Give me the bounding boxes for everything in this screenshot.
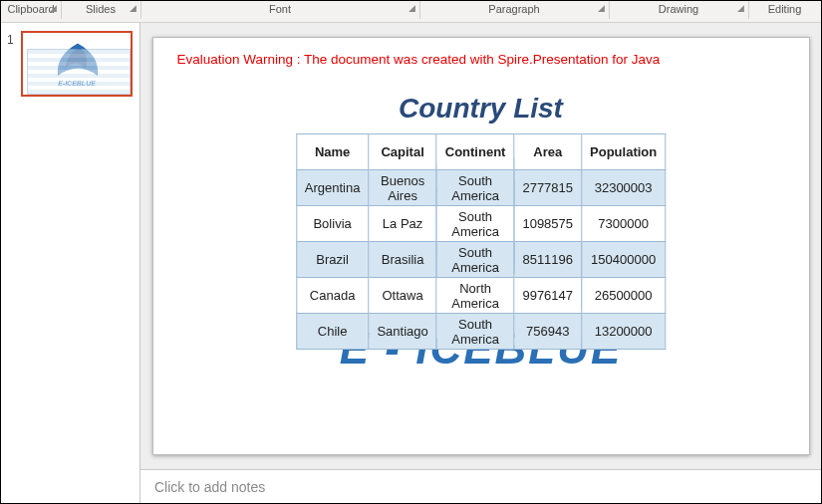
country-table[interactable]: Name Capital Continent Area Population A… xyxy=(296,133,666,350)
dialog-launcher-icon[interactable]: ◢ xyxy=(737,3,744,13)
table-cell[interactable]: Bolivia xyxy=(296,206,369,242)
slide-stage: Evaluation Warning : The document was cr… xyxy=(140,23,821,503)
dialog-launcher-icon[interactable]: ◢ xyxy=(130,3,137,13)
table-cell[interactable]: 150400000 xyxy=(582,242,666,278)
table-row[interactable]: Brazil Brasilia South America 8511196 15… xyxy=(296,242,665,278)
ribbon-group-label: Drawing xyxy=(659,3,698,15)
app-window: Clipboard ◢ Slides ◢ Font ◢ Paragraph ◢ … xyxy=(0,0,822,504)
thumbnail-number: 1 xyxy=(7,31,21,97)
slide-thumbnail-panel[interactable]: 1 E-ICEBLUE xyxy=(1,23,140,503)
table-cell[interactable]: 13200000 xyxy=(582,314,666,350)
table-cell[interactable]: 32300003 xyxy=(582,170,666,206)
ribbon-group-label: Clipboard xyxy=(7,3,54,15)
dialog-launcher-icon[interactable]: ◢ xyxy=(50,3,57,13)
ribbon-group-slides[interactable]: Slides ◢ xyxy=(61,3,140,15)
table-cell[interactable]: Chile xyxy=(296,314,369,350)
slide-title[interactable]: Country List xyxy=(153,93,809,125)
table-header-row: Name Capital Continent Area Population xyxy=(296,134,665,170)
table-cell[interactable]: South America xyxy=(436,170,514,206)
table-header-cell[interactable]: Capital xyxy=(369,134,436,170)
table-cell[interactable]: Canada xyxy=(296,278,369,314)
canvas-wrap[interactable]: Evaluation Warning : The document was cr… xyxy=(140,23,821,469)
ribbon-group-label: Font xyxy=(269,3,291,15)
table-header-cell[interactable]: Area xyxy=(514,134,582,170)
ribbon-group-label: Paragraph xyxy=(488,3,539,15)
table-cell[interactable]: Argentina xyxy=(296,170,369,206)
table-cell[interactable]: 26500000 xyxy=(582,278,666,314)
table-cell[interactable]: Brasilia xyxy=(369,242,436,278)
ribbon-group-drawing[interactable]: Drawing ◢ xyxy=(609,3,748,15)
table-header-cell[interactable]: Continent xyxy=(436,134,514,170)
table-cell[interactable]: Santiago xyxy=(369,314,436,350)
table-cell[interactable]: La Paz xyxy=(369,206,436,242)
table-row[interactable]: Chile Santiago South America 756943 1320… xyxy=(296,314,665,350)
table-cell[interactable]: 7300000 xyxy=(582,206,666,242)
ribbon-group-editing[interactable]: Editing xyxy=(748,3,821,15)
ribbon-group-paragraph[interactable]: Paragraph ◢ xyxy=(419,3,609,15)
workspace: 1 E-ICEBLUE Evaluation Warning : The doc… xyxy=(1,23,821,503)
table-cell[interactable]: 756943 xyxy=(514,314,582,350)
ribbon-group-label: Editing xyxy=(768,3,802,15)
table-header-cell[interactable]: Name xyxy=(296,134,369,170)
table-row[interactable]: Bolivia La Paz South America 1098575 730… xyxy=(296,206,665,242)
ribbon-group-clipboard[interactable]: Clipboard ◢ xyxy=(1,3,61,15)
table-cell[interactable]: 8511196 xyxy=(514,242,582,278)
table-cell[interactable]: North America xyxy=(436,278,514,314)
slide-canvas[interactable]: Evaluation Warning : The document was cr… xyxy=(152,37,810,455)
table-cell[interactable]: South America xyxy=(436,242,514,278)
ribbon-group-label: Slides xyxy=(86,3,116,15)
ribbon-group-labels: Clipboard ◢ Slides ◢ Font ◢ Paragraph ◢ … xyxy=(1,1,821,23)
slide-thumbnail-1[interactable]: E-ICEBLUE xyxy=(21,31,133,97)
table-cell[interactable]: Brazil xyxy=(296,242,369,278)
table-cell[interactable]: 1098575 xyxy=(514,206,582,242)
dialog-launcher-icon[interactable]: ◢ xyxy=(409,3,415,13)
table-cell[interactable]: 2777815 xyxy=(514,170,582,206)
table-header-cell[interactable]: Population xyxy=(582,134,666,170)
table-cell[interactable]: Ottawa xyxy=(369,278,436,314)
notes-placeholder: Click to add notes xyxy=(154,479,265,495)
table-cell[interactable]: South America xyxy=(436,314,514,350)
table-row[interactable]: Argentina Buenos Aires South America 277… xyxy=(296,170,665,206)
dialog-launcher-icon[interactable]: ◢ xyxy=(598,3,605,13)
table-row[interactable]: Canada Ottawa North America 9976147 2650… xyxy=(296,278,665,314)
table-cell[interactable]: South America xyxy=(436,206,514,242)
notes-pane[interactable]: Click to add notes xyxy=(140,469,821,503)
evaluation-warning: Evaluation Warning : The document was cr… xyxy=(177,52,661,67)
ribbon-group-font[interactable]: Font ◢ xyxy=(140,3,419,15)
table-cell[interactable]: Buenos Aires xyxy=(369,170,436,206)
thumbnail-row: 1 E-ICEBLUE xyxy=(1,31,139,97)
table-cell[interactable]: 9976147 xyxy=(514,278,582,314)
